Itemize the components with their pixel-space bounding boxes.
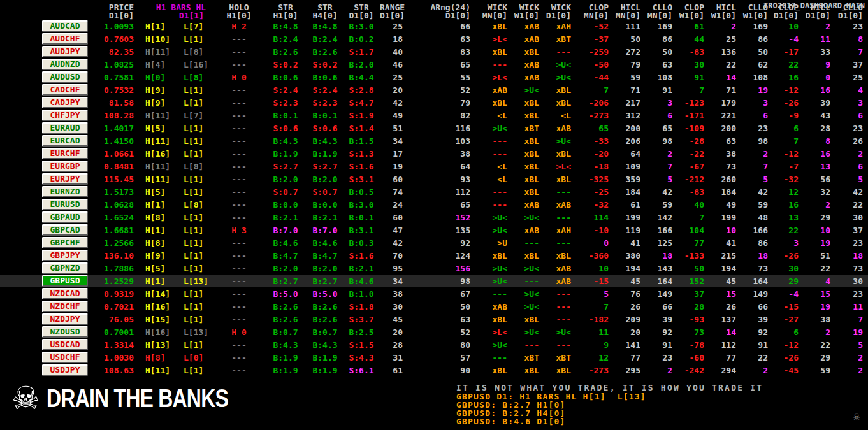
cell-cllo-d1: 23 (835, 236, 868, 249)
symbol-button-AUDJPY[interactable]: AUDJPY (42, 46, 88, 57)
cell-clop-mn: -273 (577, 364, 614, 376)
cell-wick-d1: >U< (546, 58, 577, 71)
symbol-button-EURCHF[interactable]: EURCHF (42, 148, 88, 159)
cell-range-d1: 40 (380, 45, 405, 58)
branding: ☠ DRAIN THE BANKS (11, 382, 279, 415)
column-header-wick-d1: WICKD1[0] (546, 3, 577, 20)
cell-str-h4: B:4.3 (307, 338, 343, 351)
cell-clop-d1: -4 (773, 32, 804, 45)
cell-clop-w1: -133 (677, 249, 709, 262)
cell-h1-bars-h: H[0] (139, 71, 175, 83)
symbol-button-NZDCAD[interactable]: NZDCAD (42, 288, 88, 299)
cell-range-d1: 20 (380, 326, 405, 338)
cell-wick-w1: >U< (514, 262, 546, 275)
cell-h1-bars-h: H[11] (139, 109, 175, 122)
cell-price-d1: 108.63 (96, 364, 139, 376)
cell-clop-d1: 10 (773, 20, 804, 32)
cell-wick-d1: xBL (546, 96, 577, 109)
table-row-EURJPY: EURJPY115.45H[11]L[1]---B:2.0B:2.0S:3.16… (0, 173, 868, 185)
cell-cllo-d1: 6 (835, 109, 868, 122)
cell-str-d1: B:1.0 (343, 287, 380, 300)
cell-h1-bars-l: L[1] (175, 364, 214, 376)
cell-clop-w1: 77 (677, 236, 709, 249)
symbol-button-EURGBP[interactable]: EURGBP (42, 161, 88, 172)
cell-hicl-d1: 19 (804, 300, 835, 313)
cell-hicl-mn: 109 (614, 160, 646, 173)
symbol-button-GBPUSD[interactable]: GBPUSD (42, 275, 88, 287)
cell-str-d1: S:1.8 (343, 300, 380, 313)
symbol-button-GBPNZD[interactable]: GBPNZD (42, 262, 88, 274)
symbol-cell: NZDUSD (0, 326, 96, 338)
cell-clop-w1: 44 (677, 32, 709, 45)
cell-h1-bars-l: L[1] (175, 313, 214, 326)
symbol-button-GBPCHF[interactable]: GBPCHF (42, 237, 88, 248)
cell-price-d1: 0.7532 (96, 83, 139, 96)
cell-arng24-d1: 82 (405, 109, 475, 122)
symbol-button-GBPJPY[interactable]: GBPJPY (42, 250, 88, 261)
cell-str-h1: B:2.0 (264, 173, 307, 185)
cell-clop-d1: -15 (773, 300, 804, 313)
cell-str-h1: B:1.9 (264, 147, 307, 160)
symbol-button-USDCHF[interactable]: USDCHF (42, 352, 88, 363)
cell-wick-d1: >U< (546, 326, 577, 338)
cell-cllo-d1: 19 (835, 326, 868, 338)
cell-clop-d1: 6 (773, 326, 804, 338)
symbol-button-AUDCHF[interactable]: AUDCHF (42, 33, 88, 45)
symbol-button-GBPAUD[interactable]: GBPAUD (42, 211, 88, 223)
cell-hicl-w1: 22 (709, 58, 741, 71)
symbol-button-CADCHF[interactable]: CADCHF (42, 84, 88, 96)
cell-wick-w1: xBL (514, 45, 546, 58)
symbol-cell: EURCAD (0, 134, 96, 147)
cell-str-d1: B:0.1 (343, 211, 380, 224)
symbol-button-AUDCAD[interactable]: AUDCAD (42, 20, 88, 32)
cell-clop-w1: -83 (677, 45, 709, 58)
cell-cllo-w1: 50 (741, 45, 773, 58)
cell-cllo-w1: 22 (741, 351, 773, 364)
symbol-button-EURAUD[interactable]: EURAUD (42, 122, 88, 134)
cell-hicl-mn: 312 (614, 109, 646, 122)
symbol-button-AUDUSD[interactable]: AUDUSD (42, 71, 88, 83)
cell-wick-w1: xAB (514, 71, 546, 83)
cell-holo-h1: --- (214, 313, 264, 326)
cell-cllo-w1: 42 (741, 185, 773, 198)
cell-h1-bars-l: L[1] (175, 147, 214, 160)
cell-hicl-w1: 38 (709, 147, 741, 160)
symbol-button-EURNZD[interactable]: EURNZD (42, 186, 88, 197)
cell-clop-mn: 11 (577, 326, 614, 338)
cell-hicl-d1: 15 (804, 287, 835, 300)
table-row-GBPUSD: GBPUSD1.2529H[1]L[13]---B:2.7B:2.7B:4.63… (0, 275, 868, 287)
symbol-button-EURJPY[interactable]: EURJPY (42, 173, 88, 185)
cell-arng24-d1: 98 (405, 275, 475, 287)
symbol-button-EURCAD[interactable]: EURCAD (42, 135, 88, 147)
cell-h1-bars-h: H[14] (139, 287, 175, 300)
cell-arng24-d1: 57 (405, 351, 475, 364)
symbol-cell: AUDCAD (0, 20, 96, 32)
cell-hicl-mn: 295 (614, 364, 646, 376)
cell-range-d1: 60 (380, 173, 405, 185)
cell-cllo-mn: 149 (646, 287, 677, 300)
symbol-button-USDJPY[interactable]: USDJPY (42, 364, 88, 376)
symbol-button-CHFJPY[interactable]: CHFJPY (42, 110, 88, 121)
symbol-button-AUDNZD[interactable]: AUDNZD (42, 59, 88, 70)
cell-hicl-d1: 59 (804, 364, 835, 376)
cell-h1-bars-l: L[1] (175, 287, 214, 300)
cell-clop-mn: -25 (577, 185, 614, 198)
symbol-button-NZDJPY[interactable]: NZDJPY (42, 313, 88, 325)
symbol-button-NZDUSD[interactable]: NZDUSD (42, 326, 88, 338)
cell-str-h4: B:1.9 (307, 351, 343, 364)
table-row-EURCAD: EURCAD1.4150H[11]L[1]---B:4.3B:4.3B:1.53… (0, 134, 868, 147)
cell-h1-bars-h: H[11] (139, 45, 175, 58)
cell-hicl-w1: 73 (709, 160, 741, 173)
symbol-cell: USDCHF (0, 351, 96, 364)
symbol-button-EURUSD[interactable]: EURUSD (42, 199, 88, 210)
symbol-button-NZDCHF[interactable]: NZDCHF (42, 301, 88, 312)
cell-cllo-mn: 2 (646, 364, 677, 376)
cell-wick-mn: >U< (475, 224, 514, 236)
cell-hicl-mn: 209 (614, 313, 646, 326)
symbol-button-GBPCAD[interactable]: GBPCAD (42, 224, 88, 236)
cell-price-d1: 1.0661 (96, 147, 139, 160)
cell-str-h4: B:2.0 (307, 262, 343, 275)
symbol-button-USDCAD[interactable]: USDCAD (42, 339, 88, 350)
cell-wick-w1: >U< (514, 300, 546, 313)
symbol-button-CADJPY[interactable]: CADJPY (42, 97, 88, 108)
